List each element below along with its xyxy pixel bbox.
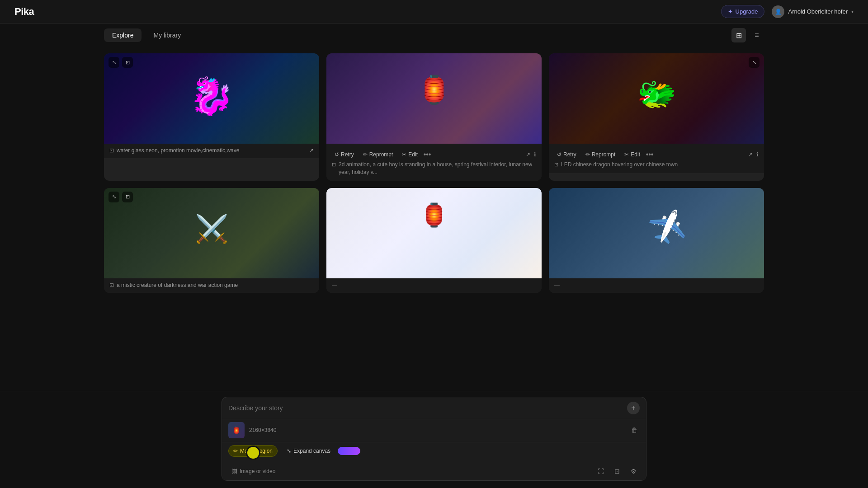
user-menu[interactable]: 👤 Arnold Oberleiter hofer ▾ xyxy=(772,5,854,18)
share-icon[interactable]: ↗ xyxy=(309,147,314,154)
more-icon-3[interactable]: ••• xyxy=(646,151,653,158)
retry-button-3[interactable]: ↺ Retry xyxy=(554,150,579,159)
bottom-left-tools: 🖼 Image or video xyxy=(228,466,279,476)
video-thumb-3 xyxy=(549,53,764,144)
card-bottom-4: ⊡ a mistic creature of darkness and war … xyxy=(104,278,319,293)
edit-button-3[interactable]: ✂ Edit xyxy=(622,150,643,159)
card-prompt-5: — xyxy=(332,282,536,288)
nav-left: Explore My library xyxy=(104,28,189,42)
user-name: Arnold Oberleiter hofer xyxy=(788,8,848,15)
story-input[interactable] xyxy=(228,404,627,412)
edit-icon: ✂ xyxy=(402,151,406,158)
modify-region-icon: ✏ xyxy=(233,448,238,454)
reprompt-icon: ✏ xyxy=(363,151,368,158)
bottom-toolbar: 🖼 Image or video ⛶ ⊡ ⚙ xyxy=(222,462,646,480)
color-pill xyxy=(338,447,360,455)
image-size: 2160×3840 xyxy=(249,427,276,433)
card-prompt-4: ⊡ a mistic creature of darkness and war … xyxy=(109,282,314,288)
modify-region-button[interactable]: ✏ Modify region xyxy=(228,445,278,457)
video-card-1: ⤡ ⊡ ⊡ water glass,neon, promotion movie,… xyxy=(104,53,319,181)
settings-button[interactable]: ⚙ xyxy=(627,465,640,478)
card-top-icons-1: ⤡ ⊡ xyxy=(108,57,133,68)
delete-image-button[interactable]: 🗑 xyxy=(629,425,640,436)
card-actions-3: ↺ Retry ✏ Reprompt ✂ Edit ••• ↗ ℹ xyxy=(554,150,759,159)
retry-icon-3: ↺ xyxy=(557,151,561,158)
retry-button-2[interactable]: ↺ Retry xyxy=(332,150,357,159)
topbar-right: ✦ Upgrade 👤 Arnold Oberleiter hofer ▾ xyxy=(721,5,854,18)
topbar: Pika ✦ Upgrade 👤 Arnold Oberleiter hofer… xyxy=(0,0,868,23)
expand-canvas-button[interactable]: ⤡ Expand canvas xyxy=(282,446,335,456)
desc-icon-3: ⊡ xyxy=(554,161,558,168)
reprompt-button-3[interactable]: ✏ Reprompt xyxy=(583,150,618,159)
tools-row: ✏ Modify region ⤡ Expand canvas xyxy=(222,442,646,460)
video-grid: ⤡ ⊡ ⊡ water glass,neon, promotion movie,… xyxy=(104,53,764,293)
input-container: + 2160×3840 🗑 ✏ Modify region ⤡ Expand c… xyxy=(222,397,646,481)
view-grid-button[interactable]: ⊞ xyxy=(731,28,746,42)
expand-canvas-icon: ⤡ xyxy=(287,448,291,454)
app-logo: Pika xyxy=(14,6,34,18)
card-bottom-2: ↺ Retry ✏ Reprompt ✂ Edit ••• ↗ ℹ ⊡ 3d a… xyxy=(326,144,542,181)
crop-button[interactable]: ⊡ xyxy=(611,465,623,478)
card-description-2: ⊡ 3d animation, a cute boy is standing i… xyxy=(332,161,536,176)
more-icon-2[interactable]: ••• xyxy=(424,151,430,158)
modify-cursor-indicator xyxy=(246,446,260,460)
reprompt-button-2[interactable]: ✏ Reprompt xyxy=(360,150,396,159)
expand-icon-3[interactable]: ⤡ xyxy=(749,57,760,68)
upgrade-star-icon: ✦ xyxy=(728,8,733,15)
card-top-icons-3: ⤡ xyxy=(749,57,760,68)
image-video-icon: 🖼 xyxy=(232,468,237,474)
info-icon-3[interactable]: ℹ xyxy=(756,151,759,158)
expand-icon-4[interactable]: ⤡ xyxy=(108,192,119,202)
bottom-bar: + 2160×3840 🗑 ✏ Modify region ⤡ Expand c… xyxy=(0,391,868,488)
image-thumb xyxy=(228,422,245,438)
video-card-5: — xyxy=(326,188,542,293)
fullscreen-button[interactable]: ⛶ xyxy=(594,465,607,478)
view-list-button[interactable]: ≡ xyxy=(750,28,764,42)
input-row: + xyxy=(222,397,646,419)
video-thumb-2 xyxy=(326,53,542,144)
share-icon-3[interactable]: ↗ xyxy=(748,151,753,158)
video-thumb-1 xyxy=(104,53,319,144)
box-icon-4[interactable]: ⊡ xyxy=(122,192,133,202)
card-bottom-6: — xyxy=(549,278,764,293)
card-prompt-1: ⊡ water glass,neon, promotion movie,cine… xyxy=(109,147,314,154)
video-thumb-4 xyxy=(104,188,319,278)
image-or-video-button[interactable]: 🖼 Image or video xyxy=(228,466,279,476)
image-row: 2160×3840 🗑 xyxy=(222,419,646,442)
card-prompt-6: — xyxy=(554,282,759,288)
card-actions-2: ↺ Retry ✏ Reprompt ✂ Edit ••• ↗ ℹ xyxy=(332,150,536,159)
card-description-3: ⊡ LED chinese dragon hovering over chine… xyxy=(554,161,759,169)
video-card-6: — xyxy=(549,188,764,293)
video-card-3: ⤡ ↺ Retry ✏ Reprompt ✂ Edit ••• ↗ ℹ xyxy=(549,53,764,181)
box-icon[interactable]: ⊡ xyxy=(122,57,133,68)
video-card-4: ⤡ ⊡ ⊡ a mistic creature of darkness and … xyxy=(104,188,319,293)
prompt-icon-4: ⊡ xyxy=(109,282,114,288)
upgrade-button[interactable]: ✦ Upgrade xyxy=(721,5,765,18)
expand-icon[interactable]: ⤡ xyxy=(108,57,119,68)
info-icon-2[interactable]: ℹ xyxy=(534,151,536,158)
card-top-icons-4: ⤡ ⊡ xyxy=(108,192,133,202)
tab-my-library[interactable]: My library xyxy=(145,28,189,42)
video-thumb-5 xyxy=(326,188,542,278)
share-icon-2[interactable]: ↗ xyxy=(526,151,530,158)
nav-right: ⊞ ≡ xyxy=(731,28,764,42)
edit-button-2[interactable]: ✂ Edit xyxy=(399,150,420,159)
desc-icon-2: ⊡ xyxy=(332,161,336,168)
nav-tabs: Explore My library ⊞ ≡ xyxy=(0,23,868,42)
card-bottom-5: — xyxy=(326,278,542,293)
edit-icon-3: ✂ xyxy=(624,151,629,158)
card-bottom-1: ⊡ water glass,neon, promotion movie,cine… xyxy=(104,144,319,158)
video-card-2: ↺ Retry ✏ Reprompt ✂ Edit ••• ↗ ℹ ⊡ 3d a… xyxy=(326,53,542,181)
prompt-icon: ⊡ xyxy=(109,147,114,154)
plus-button[interactable]: + xyxy=(627,402,640,414)
retry-icon: ↺ xyxy=(335,151,339,158)
card-bottom-3: ↺ Retry ✏ Reprompt ✂ Edit ••• ↗ ℹ ⊡ LED … xyxy=(549,144,764,173)
video-thumb-6 xyxy=(549,188,764,278)
tab-explore[interactable]: Explore xyxy=(104,28,142,42)
avatar: 👤 xyxy=(772,5,784,18)
bottom-right-tools: ⛶ ⊡ ⚙ xyxy=(594,465,640,478)
chevron-down-icon: ▾ xyxy=(851,9,854,14)
reprompt-icon-3: ✏ xyxy=(585,151,590,158)
